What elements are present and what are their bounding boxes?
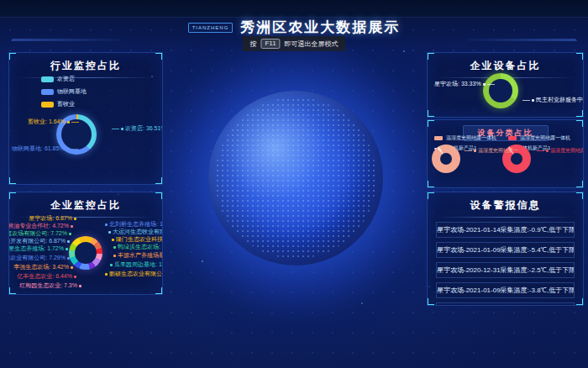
donut-label: 亿丰生态农业: 6.44% — [17, 272, 78, 281]
category-donut-left[interactable] — [432, 145, 460, 173]
legend-swatch — [434, 136, 443, 140]
donut-label: 农资店: 36.51% — [112, 124, 163, 133]
toast-prefix: 按 — [249, 39, 256, 49]
legend-item[interactable]: 温湿度光照结露一体机 — [434, 134, 496, 142]
label-dot — [105, 273, 108, 276]
label-line — [465, 150, 472, 151]
legend-item[interactable]: 农资店 — [41, 75, 87, 83]
label-dot — [79, 285, 81, 287]
panel-title: 企业设备占比 — [428, 53, 583, 73]
dashboard: TIANZHENG 秀洲区农业大数据展示 按 F11 即可退出全屏模式 行业监控… — [0, 0, 588, 368]
corner-bracket — [427, 181, 434, 188]
panel-title: 行业监控占比 — [9, 53, 162, 73]
label-line — [487, 84, 495, 85]
label-dot — [67, 240, 70, 243]
label-dot — [74, 218, 76, 220]
label-dot — [110, 264, 113, 266]
donut-label: 温湿度光照结露一 — [465, 147, 518, 155]
corner-bracket — [8, 52, 16, 60]
panel-alarm-info: 设备警报信息 星宇农场-2021-01-14采集温度:-0.9℃,低于下限:0℃… — [427, 192, 584, 306]
donut-label: 中粮农业有限公司: 7.29% — [8, 254, 71, 262]
donut-label: 丰源水产养殖场基地: 1. — [112, 251, 163, 260]
label-line — [112, 129, 119, 129]
legend-label: 畜牧业 — [57, 100, 75, 108]
header-decor-left — [11, 39, 122, 41]
label-dot — [69, 233, 71, 235]
label-dot — [74, 276, 76, 278]
corner-bracket — [576, 298, 584, 306]
alarm-row[interactable]: 星宇农场-2021-01-02采集温度:-2.0℃,低于下限:0℃ — [436, 302, 575, 306]
alarm-row[interactable]: 星宇农场-2021-01-09采集温度:-3.8℃,低于下限:0℃ — [436, 282, 575, 298]
corner-bracket — [155, 52, 163, 60]
label-dot — [66, 148, 69, 150]
header-decor-right — [466, 39, 577, 41]
donut-label: 物联网基地: 61.85% — [12, 145, 78, 153]
alarm-row[interactable]: 星宇农场-2021-01-09采集温度:-5.4℃,低于下限:0℃ — [436, 242, 575, 258]
donut-label: 红梅园生态农业: 7.3% — [19, 281, 83, 290]
corner-bracket — [427, 298, 434, 306]
legend-item[interactable]: 物联网基地 — [41, 87, 87, 96]
legend-item[interactable]: 畜牧业 — [41, 100, 87, 108]
legend-label: 农资店 — [57, 75, 75, 83]
panel-device-ratio: 企业设备占比 星宇农场: 33.33% 民主村党群服务中心: — [427, 52, 584, 118]
corner-bracket — [155, 287, 163, 295]
legend-swatch — [41, 102, 54, 108]
label-line — [71, 122, 79, 123]
toast-suffix: 即可退出全屏模式 — [285, 39, 339, 49]
corner-bracket — [427, 192, 434, 199]
label-dot — [108, 231, 111, 234]
logo-badge: TIANZHENG — [188, 23, 234, 33]
label-dot — [66, 248, 68, 250]
legend-item[interactable]: 温湿度光照结露一体机 — [508, 134, 570, 142]
label-dot — [546, 150, 549, 152]
panel-industry-monitor: 行业监控占比 农资店 物联网基地 畜牧业 畜牧业: 1.64% 农资店: 36.… — [8, 52, 163, 185]
f11-key: F11 — [260, 39, 280, 49]
legend-label: 温湿度光照结露一体机 — [446, 134, 496, 142]
label-dot — [474, 150, 476, 152]
title-divider — [435, 217, 575, 218]
header-band — [0, 0, 588, 18]
label-dot — [67, 257, 70, 260]
donut-label: 民主村党群服务中心: — [522, 96, 584, 104]
corner-bracket — [427, 119, 434, 127]
corner-bracket — [8, 192, 16, 199]
label-dot — [483, 83, 486, 86]
label-dot — [67, 121, 70, 124]
corner-bracket — [427, 110, 434, 118]
header: TIANZHENG 秀洲区农业大数据展示 — [0, 18, 588, 37]
device-donut-chart[interactable] — [483, 73, 518, 108]
legend-swatch — [508, 136, 517, 140]
label-dot — [105, 223, 108, 226]
donut-label: 鸭绿浜生态农场: 4.29 — [112, 243, 163, 251]
corner-bracket — [576, 52, 584, 60]
corner-bracket — [576, 181, 584, 188]
corner-bracket — [155, 177, 163, 185]
label-dot — [71, 266, 73, 269]
legend-swatch — [41, 89, 54, 95]
corner-bracket — [576, 119, 584, 127]
corner-bracket — [8, 287, 16, 295]
corner-bracket — [427, 52, 434, 60]
corner-bracket — [576, 192, 584, 199]
industry-legend: 农资店 物联网基地 畜牧业 — [41, 75, 87, 113]
alarm-row[interactable]: 星宇农场-2021-01-14采集温度:-0.9℃,低于下限:0℃ — [436, 222, 575, 238]
label-dot — [71, 225, 73, 228]
fullscreen-toast: 按 F11 即可退出全屏模式 — [242, 36, 345, 51]
legend-label: 温湿度光照结露一体机 — [520, 134, 570, 142]
panel-enterprise-monitor: 企业监控占比 星宇农场: 6.87% 礼超粮油专业合作社: 4.72% 家庭农场… — [8, 192, 163, 295]
donut-label: 温湿度光照结露一 — [537, 147, 584, 155]
corner-bracket — [155, 192, 163, 199]
globe-visualization — [208, 91, 383, 265]
donut-label: 瓜果园周边基地: 15.02% — [108, 260, 163, 269]
label-dot — [113, 246, 116, 249]
donut-label: 李强生态农场: 3.42% — [13, 263, 75, 271]
donut-label: 畜牧业: 1.64% — [28, 118, 79, 126]
legend-label: 物联网基地 — [57, 87, 87, 96]
page-title: 秀洲区农业大数据展示 — [240, 18, 400, 37]
label-line — [537, 150, 544, 151]
label-dot — [532, 99, 534, 102]
alarm-row[interactable]: 星宇农场-2020-12-31采集温度:-2.5℃,低于下限:0℃ — [436, 262, 575, 278]
corner-bracket — [8, 177, 16, 185]
donut-label: 鹏硕生态农业有限公司: 6.87% — [103, 270, 163, 278]
corner-bracket — [576, 110, 584, 118]
